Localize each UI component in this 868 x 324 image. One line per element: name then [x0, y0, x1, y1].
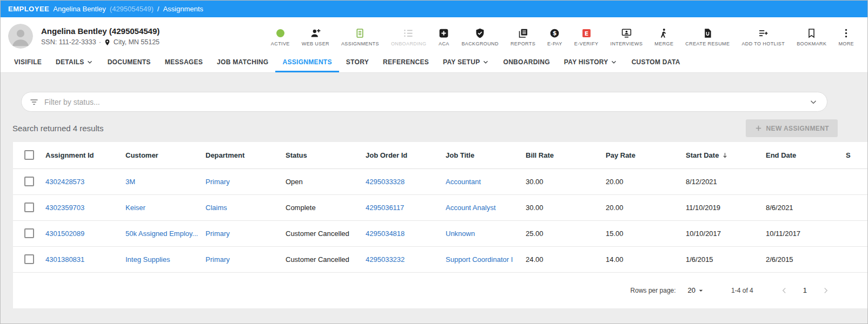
action-label: BOOKMARK — [797, 41, 826, 46]
tab-visifile[interactable]: VISIFILE — [7, 53, 49, 72]
action-assignments[interactable]: ASSIGNMENTS — [335, 26, 385, 46]
assignment-id-link[interactable]: 4301380831 — [45, 255, 84, 264]
action-onboarding[interactable]: ONBOARDING — [385, 26, 433, 46]
column-header-end-date[interactable]: End Date — [766, 142, 846, 168]
action-e-verify[interactable]: EE-VERIFY — [568, 26, 605, 46]
current-page-number[interactable]: 1 — [799, 284, 811, 296]
tab-label: DOCUMENTS — [108, 58, 151, 66]
department-link[interactable]: Claims — [206, 204, 227, 212]
assignment-id-link[interactable]: 4301502089 — [45, 230, 84, 238]
tab-job-matching[interactable]: JOB MATCHING — [210, 53, 275, 72]
row-checkbox[interactable] — [24, 228, 34, 238]
breadcrumb-employee-name[interactable]: Angelina Bentley — [53, 5, 106, 13]
customer-link[interactable]: Keiser — [125, 204, 145, 212]
status-cell: Customer Cancelled — [286, 246, 366, 272]
tab-pay-setup[interactable]: PAY SETUP — [436, 53, 496, 72]
sort-desc-icon[interactable] — [721, 151, 729, 159]
action-label: MERGE — [654, 41, 673, 46]
select-all-checkbox[interactable] — [24, 150, 34, 160]
department-link[interactable]: Primary — [206, 255, 230, 264]
tab-custom-data[interactable]: CUSTOM DATA — [625, 53, 687, 72]
tab-label: JOB MATCHING — [217, 58, 268, 66]
action-e-pay[interactable]: $E-PAY — [541, 26, 568, 46]
start-date-cell: 8/12/2021 — [686, 168, 766, 194]
column-header-status[interactable]: Status — [286, 142, 366, 168]
row-checkbox[interactable] — [24, 202, 34, 212]
rows-per-page-select[interactable]: 20 — [688, 286, 705, 295]
action-create-resume[interactable]: CREATE RESUME — [679, 26, 736, 46]
customer-link[interactable]: 3M — [125, 178, 135, 186]
profile-info: Angelina Bentley (4295054549) SSN: 111-2… — [41, 26, 203, 46]
interviews-icon — [621, 27, 632, 39]
column-header-s[interactable]: S — [846, 142, 867, 168]
tab-references[interactable]: REFERENCES — [376, 53, 436, 72]
tab-details[interactable]: DETAILS — [49, 53, 101, 72]
job-title-link[interactable]: Unknown — [446, 230, 475, 238]
action-label: ACA — [439, 41, 449, 46]
page-next-button[interactable] — [821, 286, 831, 295]
customer-link[interactable]: Integ Supplies — [125, 255, 170, 264]
column-header-bill-rate[interactable]: Bill Rate — [526, 142, 606, 168]
job-order-id-link[interactable]: 4295033328 — [366, 178, 405, 186]
action-more[interactable]: MORE — [832, 26, 860, 46]
page-prev-button[interactable] — [779, 286, 789, 295]
start-date-cell: 10/10/2017 — [686, 220, 766, 246]
new-assignment-button[interactable]: NEW ASSIGNMENT — [746, 119, 838, 137]
column-header-customer[interactable]: Customer — [125, 142, 206, 168]
tab-label: VISIFILE — [14, 58, 42, 66]
action-merge[interactable]: MERGE — [648, 26, 679, 46]
filter-chevron-down-icon[interactable] — [809, 97, 818, 107]
job-order-id-link[interactable]: 4295036117 — [366, 204, 404, 212]
job-title-link[interactable]: Support Coordinator I — [446, 255, 513, 264]
tab-documents[interactable]: DOCUMENTS — [101, 53, 158, 72]
filter-status-input[interactable] — [44, 98, 803, 106]
customer-link[interactable]: 50k Assigned Employ... — [125, 230, 198, 238]
active-status-icon — [275, 27, 286, 39]
assignment-id-link[interactable]: 4302428573 — [45, 178, 84, 186]
action-web-user[interactable]: WEB USER — [296, 26, 335, 46]
job-title-link[interactable]: Account Analyst — [446, 204, 496, 212]
table-row: 430150208950k Assigned Employ...PrimaryC… — [13, 220, 867, 246]
action-background[interactable]: BACKGROUND — [455, 26, 505, 46]
breadcrumb-section: Assignments — [163, 5, 203, 13]
column-header-job-order-id[interactable]: Job Order Id — [366, 142, 446, 168]
tab-messages[interactable]: MESSAGES — [158, 53, 210, 72]
action-aca[interactable]: ACA — [432, 26, 455, 46]
department-link[interactable]: Primary — [206, 230, 230, 238]
action-bookmark[interactable]: BOOKMARK — [791, 26, 832, 46]
action-reports[interactable]: REPORTS — [505, 26, 541, 46]
results-summary: Search returned 4 results — [12, 124, 103, 133]
job-order-id-link[interactable]: 4295034818 — [366, 230, 405, 238]
background-icon — [474, 27, 486, 39]
status-filter-bar[interactable] — [21, 92, 827, 112]
action-interviews[interactable]: INTERVIEWS — [604, 26, 648, 46]
action-label: BACKGROUND — [461, 41, 499, 46]
tab-pay-history[interactable]: PAY HISTORY — [557, 53, 625, 72]
tab-assignments[interactable]: ASSIGNMENTS — [275, 53, 339, 72]
row-checkbox[interactable] — [24, 254, 34, 264]
action-active[interactable]: ACTIVE — [265, 26, 296, 46]
table-body: 43024285733MPrimaryOpen4295033328Account… — [13, 168, 867, 272]
assignment-id-link[interactable]: 4302359703 — [45, 204, 84, 212]
add-to-hotlist-icon — [758, 27, 769, 39]
column-header-assignment-id[interactable]: Assignment Id — [45, 142, 125, 168]
column-header-job-title[interactable]: Job Title — [446, 142, 526, 168]
department-link[interactable]: Primary — [206, 178, 230, 186]
column-header-start-date[interactable]: Start Date — [686, 142, 766, 168]
tab-onboarding[interactable]: ONBOARDING — [496, 53, 557, 72]
action-label: ONBOARDING — [391, 41, 427, 46]
row-checkbox[interactable] — [24, 177, 34, 186]
profile-header: Angelina Bentley (4295054549) SSN: 111-2… — [1, 17, 867, 53]
column-header-department[interactable]: Department — [206, 142, 286, 168]
pay-rate-cell: 14.00 — [606, 246, 686, 272]
tab-story[interactable]: STORY — [339, 53, 376, 72]
pay-rate-cell: 20.00 — [606, 194, 686, 220]
chevron-down-icon — [482, 58, 489, 66]
job-title-link[interactable]: Accountant — [446, 178, 481, 186]
e-verify-icon: E — [581, 27, 592, 39]
job-order-id-link[interactable]: 4295033232 — [366, 255, 405, 264]
action-label: INTERVIEWS — [610, 41, 642, 46]
action-add-to-hotlist[interactable]: ADD TO HOTLIST — [736, 26, 791, 46]
breadcrumb-divider: / — [157, 5, 160, 13]
column-header-pay-rate[interactable]: Pay Rate — [606, 142, 686, 168]
